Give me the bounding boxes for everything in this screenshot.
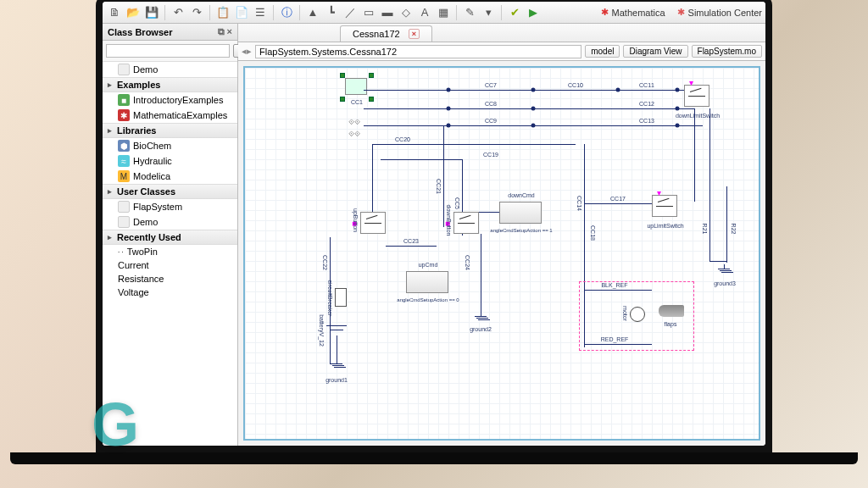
down-limit-switch[interactable] [684, 85, 709, 107]
panel-close-icon[interactable]: × [227, 26, 232, 37]
upcmd-block[interactable] [406, 271, 448, 293]
lbl-cc8: CC8 [485, 101, 497, 107]
battery[interactable] [326, 322, 347, 336]
tab-label: Cessna172 [353, 29, 400, 39]
check-icon[interactable]: ✔ [506, 4, 523, 21]
lbl-ground1: ground1 [326, 377, 348, 383]
tree-item-modelica[interactable]: MModelica [103, 169, 237, 184]
downcmd-block[interactable] [499, 202, 542, 224]
pointer-tool-icon[interactable]: ▲ [304, 4, 321, 21]
lbl-cc20: CC20 [395, 136, 410, 142]
rect-fill-icon[interactable]: ▬ [379, 4, 396, 21]
lbl-r21: R21 [702, 224, 708, 235]
tree-item-voltage[interactable]: Voltage [103, 286, 237, 299]
lbl-action0: angleCmdSetupAction == 0 [397, 297, 459, 302]
tree-item-mathematicaex[interactable]: ✱MathematicaExamples [103, 108, 237, 123]
polygon-tool-icon[interactable]: ◇ [398, 4, 415, 21]
lbl-r22: R22 [731, 224, 737, 235]
selection-handle[interactable] [369, 97, 374, 102]
lbl-cc5: CC5 [454, 197, 460, 209]
tree-item-flapsystem[interactable]: FlapSystem [103, 199, 237, 214]
tree-item-biochem[interactable]: ⬢BioChem [103, 138, 237, 153]
find-row: Find [103, 41, 237, 62]
diagram-canvas[interactable]: CC1 ⟐⟐⟐⟐ CC7 CC10 CC11 CC8 CC12 CC20 CC9… [243, 66, 760, 441]
path-nav-icon[interactable]: ◂▸ [242, 46, 252, 57]
lbl-ground3: ground3 [714, 280, 736, 286]
mathematica-link[interactable]: ✱ Mathematica [601, 7, 665, 18]
tree-item-demo2[interactable]: Demo [103, 214, 237, 230]
find-input[interactable] [106, 44, 230, 58]
lbl-cc12: CC12 [639, 101, 654, 107]
document-tabbar: Cessna172 × [238, 24, 765, 42]
tree-cat-userclasses[interactable]: User Classes [103, 184, 237, 199]
lbl-downbutton: downButton [446, 205, 452, 236]
ground2[interactable] [473, 312, 488, 324]
selected-component[interactable] [345, 78, 367, 95]
lbl-cc7: CC7 [485, 82, 497, 88]
tree-cat-libraries[interactable]: Libraries [103, 123, 237, 138]
lbl-circuitbreaker: circuitBreaker [327, 280, 333, 317]
class-tree[interactable]: Demo Examples ■IntroductoryExamples ✱Mat… [103, 62, 237, 446]
class-browser-header: Class Browser ⧉ × [103, 24, 237, 41]
editor-area: Cessna172 × ◂▸ model Diagram View FlapSy… [238, 24, 765, 446]
pen-icon[interactable]: ✎ [461, 4, 478, 21]
tree-cat-examples[interactable]: Examples [103, 77, 237, 92]
list-icon[interactable]: ☰ [252, 4, 269, 21]
up-button[interactable] [360, 212, 386, 234]
lbl-cc18: CC18 [590, 225, 596, 241]
line-tool-icon[interactable]: ／ [342, 4, 359, 21]
lbl-cc10: CC10 [568, 82, 583, 88]
tree-item-demo[interactable]: Demo [103, 62, 237, 77]
paste-icon[interactable]: 📄 [233, 4, 250, 21]
lbl-cc24: CC24 [465, 255, 470, 270]
ground3[interactable] [716, 264, 732, 276]
tree-item-twopin[interactable]: · ·TwoPin [103, 245, 237, 258]
tab-cessna172[interactable]: Cessna172 × [340, 25, 432, 42]
simcenter-label: Simulation Center [688, 8, 762, 18]
up-limit-switch[interactable] [652, 195, 677, 217]
chip-file[interactable]: FlapSystem.mo [692, 45, 762, 58]
tab-close-icon[interactable]: × [409, 29, 420, 39]
tree-item-hydraulic[interactable]: ≈Hydraulic [103, 153, 237, 169]
text-tool-icon[interactable]: A [416, 4, 433, 21]
connect-tool-icon[interactable]: ┗ [323, 4, 340, 21]
mathematica-label: Mathematica [612, 8, 665, 18]
image-tool-icon[interactable]: ▦ [435, 4, 452, 21]
class-browser-panel: Class Browser ⧉ × Find Demo Examples ■In… [103, 24, 238, 446]
lbl-action1: angleCmdSetupAction == 1 [490, 228, 552, 233]
ground1[interactable] [329, 359, 344, 371]
lbl-upbutton: upButton [353, 208, 359, 232]
panel-pin-icon[interactable]: ⧉ [218, 26, 225, 37]
save-icon[interactable]: 💾 [143, 4, 160, 21]
copy-icon[interactable]: 📋 [214, 4, 231, 21]
tree-item-current[interactable]: Current [103, 258, 237, 272]
selection-handle[interactable] [340, 97, 345, 102]
selection-handle[interactable] [369, 73, 374, 78]
circuit-breaker[interactable] [335, 288, 347, 307]
port-cluster-icon: ⟐⟐⟐⟐ [348, 115, 360, 139]
run-icon[interactable]: ▶ [525, 4, 542, 21]
app-window: 🗎 📂 💾 ↶ ↷ 📋 📄 ☰ ⓘ ▲ ┗ ／ ▭ ▬ ◇ A ▦ ✎ ▾ ✔ … [103, 2, 765, 446]
subsystem-outline [579, 281, 694, 351]
tree-item-introductory[interactable]: ■IntroductoryExamples [103, 92, 237, 108]
simulation-center-link[interactable]: ✱ Simulation Center [677, 7, 762, 18]
model-path-input[interactable] [255, 45, 581, 58]
redo-icon[interactable]: ↷ [188, 4, 205, 21]
rect-tool-icon[interactable]: ▭ [360, 4, 377, 21]
new-file-icon[interactable]: 🗎 [106, 4, 123, 21]
open-file-icon[interactable]: 📂 [125, 4, 142, 21]
simcenter-icon: ✱ [677, 7, 685, 18]
lbl-downcmd: downCmd [508, 192, 535, 198]
lbl-cc17: CC17 [610, 196, 626, 202]
lbl-cc19: CC19 [483, 152, 498, 158]
chip-diagram-view[interactable]: Diagram View [623, 45, 687, 58]
lbl-cc21: CC21 [436, 179, 442, 194]
tree-cat-recent[interactable]: Recently Used [103, 230, 237, 245]
chip-model[interactable]: model [585, 45, 620, 58]
down-button[interactable] [453, 212, 479, 234]
info-icon[interactable]: ⓘ [278, 4, 295, 21]
lbl-battery: batteryV_12 [319, 314, 325, 347]
undo-icon[interactable]: ↶ [170, 4, 186, 21]
tree-item-resistance[interactable]: Resistance [103, 272, 237, 286]
dropdown-icon[interactable]: ▾ [480, 4, 497, 21]
